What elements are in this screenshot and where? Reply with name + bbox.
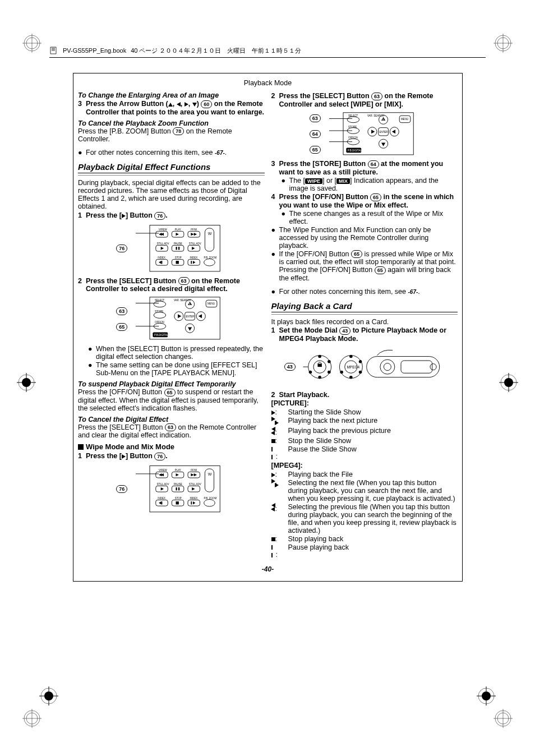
rewind-icon	[271, 427, 275, 431]
bullet-text: The scene changes as a result of the Wip…	[289, 210, 458, 225]
svg-text:STILL ADV: STILL ADV	[189, 242, 201, 245]
step-text: Press the Arrow Button (, , , ) 60 on th…	[86, 100, 265, 116]
svg-text:VAR. SEARCH: VAR. SEARCH	[367, 114, 384, 117]
svg-rect-58	[191, 261, 192, 264]
play-icon	[122, 214, 126, 218]
stop-icon	[271, 439, 275, 443]
section-header: Playback Mode	[73, 79, 462, 87]
book-icon	[49, 46, 58, 55]
svg-text:MPEG4: MPEG4	[347, 365, 359, 369]
svg-point-145	[359, 360, 362, 363]
picture-controls: :Starting the Slide Show :Playing back t…	[271, 408, 458, 460]
camera-diagram-icon: MPEG4	[299, 346, 445, 388]
bullet-text: The Wipe Function and Mix Function can o…	[279, 226, 458, 250]
bullet-text: If the [OFF/ON] Button 65 is pressed whi…	[279, 250, 458, 282]
registration-mark-icon	[17, 373, 36, 392]
svg-text:FF/W: FF/W	[191, 228, 198, 231]
step-text: Press the [SELECT] Button 63 on the Remo…	[279, 92, 458, 108]
svg-text:STILL ADV: STILL ADV	[157, 242, 169, 245]
notes-text: For other notes concerning this item, se…	[279, 288, 420, 296]
doc-header: PV-GS55PP_Eng.book 40 ページ ２００４年２月１０日 火曜日…	[49, 46, 486, 55]
svg-point-144	[349, 355, 353, 358]
bullet-text: The [WIPE] or [MIX] Indication appears, …	[289, 177, 458, 192]
svg-text:P.B.DIGITAL: P.B.DIGITAL	[348, 149, 362, 151]
right-column: 2 Press the [SELECT] Button 63 on the Re…	[271, 91, 458, 560]
svg-text:ENTER: ENTER	[186, 315, 195, 318]
pause-icon	[271, 543, 276, 548]
svg-text:INDEX: INDEX	[190, 256, 198, 259]
svg-rect-152	[401, 361, 432, 373]
heading-change-area: To Change the Enlarging Area of an Image	[78, 91, 265, 99]
svg-point-135	[318, 355, 321, 358]
registration-mark-icon	[494, 709, 513, 728]
svg-text:PLAY: PLAY	[175, 228, 181, 231]
card-intro: It plays back files recorded on a Card.	[271, 318, 458, 326]
body-text: Press the [P.B. ZOOM] Button 78 on the R…	[78, 127, 265, 144]
registration-mark-icon	[22, 709, 41, 728]
step-text: Press the [SELECT] Button 63 on the Remo…	[86, 277, 265, 293]
notes-text: For other notes concerning this item, se…	[86, 149, 227, 156]
svg-text:ENTER: ENTER	[379, 130, 388, 133]
registration-mark-icon	[477, 686, 496, 706]
svg-text:W: W	[208, 472, 212, 477]
svg-rect-98	[176, 487, 177, 490]
content-frame: Playback Mode To Change the Enlarging Ar…	[73, 73, 463, 582]
svg-text:STILL ADV: STILL ADV	[189, 482, 201, 485]
svg-point-146	[359, 370, 362, 374]
svg-text:INDEX: INDEX	[158, 497, 166, 500]
svg-text:A: A	[382, 118, 384, 121]
svg-point-138	[318, 376, 321, 379]
svg-text:STOP: STOP	[175, 256, 182, 259]
svg-text:PAUSE: PAUSE	[174, 482, 182, 485]
svg-rect-106	[162, 501, 163, 504]
svg-text:V/REW: V/REW	[159, 468, 167, 471]
fast-forward-icon	[271, 417, 275, 421]
header-rule	[49, 57, 486, 58]
svg-text:STILL ADV: STILL ADV	[157, 482, 169, 485]
heading-wipe-mix: Wipe Mode and Mix Mode	[78, 442, 265, 451]
svg-text:A: A	[189, 303, 191, 306]
page: PV-GS55PP_Eng.book 40 ページ ２００４年２月１０日 火曜日…	[0, 0, 535, 756]
mpeg-controls: :Playing back the File :Selecting the ne…	[271, 471, 458, 559]
effects-intro: During playback, special digital effects…	[78, 179, 265, 210]
figure-camera: 43	[271, 346, 458, 388]
fast-forward-icon	[271, 479, 275, 483]
svg-text:VAR. SEARCH: VAR. SEARCH	[174, 299, 191, 302]
svg-text:FF/W: FF/W	[191, 468, 198, 471]
bullet-text: When the [SELECT] Button is pressed repe…	[96, 345, 265, 361]
picture-heading: [PICTURE]:	[271, 399, 458, 407]
arrow-right-icon	[185, 102, 188, 107]
svg-text:P.B. ZOOM: P.B. ZOOM	[204, 497, 217, 500]
svg-rect-48	[176, 247, 177, 250]
heading-playing-card: Playing Back a Card	[271, 301, 458, 311]
stop-icon	[271, 537, 275, 541]
svg-point-151	[384, 363, 391, 370]
step-text: Press the [] Button 76.	[86, 452, 265, 460]
heading-cancel-zoom: To Cancel the Playback Zoom Function	[78, 119, 265, 127]
svg-text:P.B.DIGITAL: P.B.DIGITAL	[154, 334, 168, 336]
svg-text:V/REW: V/REW	[159, 228, 167, 231]
figure-remote-play: 76 V/REW PLAY FF/W	[78, 223, 265, 273]
step-text: Set the Mode Dial 43 to Picture Playback…	[279, 326, 458, 343]
registration-mark-icon	[494, 34, 513, 53]
registration-mark-icon	[22, 34, 41, 53]
step-text: Press the [STORE] Button 64 at the momen…	[279, 160, 458, 176]
svg-text:P.B. ZOOM: P.B. ZOOM	[204, 256, 217, 259]
remote-diagram-icon: V/REW PLAY FF/W W	[131, 223, 226, 273]
svg-point-139	[308, 370, 312, 374]
book-name: PV-GS55PP_Eng.book	[63, 47, 126, 54]
left-column: To Change the Enlarging Area of an Image…	[78, 91, 265, 560]
svg-text:INDEX: INDEX	[158, 256, 166, 259]
bullet-text: The same setting can be done using [EFFE…	[96, 361, 265, 377]
play-icon	[122, 454, 126, 459]
svg-point-137	[328, 370, 331, 374]
svg-text:PAUSE: PAUSE	[174, 242, 182, 245]
heading-cancel-effect: To Cancel the Digital Effect	[78, 416, 265, 423]
arrow-up-icon	[168, 103, 173, 107]
svg-point-153	[430, 363, 436, 370]
registration-mark-icon	[499, 373, 518, 392]
page-number: -40-	[73, 565, 462, 573]
step-number: 3	[78, 100, 84, 116]
svg-point-147	[349, 376, 353, 379]
svg-text:MENU: MENU	[401, 118, 408, 121]
